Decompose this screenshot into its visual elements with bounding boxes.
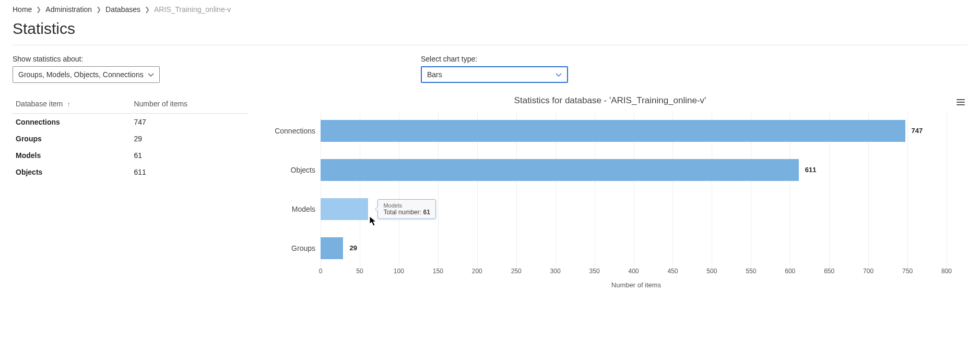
table-cell-name: Groups [13,130,131,147]
table-row: Connections 747 [13,114,247,131]
table-cell-name: Models [13,147,131,164]
page-title: Statistics [13,20,967,38]
gridline [947,111,947,268]
controls-row: Show statistics about: Groups, Models, O… [13,55,967,83]
table-cell-count: 29 [131,130,247,147]
x-tick-label: 250 [511,268,522,275]
breadcrumb: Home ❯ Administration ❯ Databases ❯ ARIS… [13,3,967,17]
show-statistics-value: Groups, Models, Objects, Connections [18,70,144,79]
x-tick-label: 400 [628,268,639,275]
x-tick-label: 50 [356,268,363,275]
table-header-item[interactable]: Database item ↑ [13,95,131,114]
menu-icon [957,99,965,100]
chart-type-select[interactable]: Bars [421,66,568,83]
x-axis-ticks: 0501001502002503003504004505005506006507… [321,268,947,278]
chart-type-value: Bars [427,70,442,79]
x-tick-label: 350 [589,268,600,275]
x-tick-label: 150 [433,268,443,275]
table-row: Groups 29 [13,130,247,147]
chart-menu-button[interactable] [954,95,967,109]
bar[interactable] [321,120,905,142]
tooltip-series: Models [383,202,430,209]
divider [13,45,967,45]
menu-icon [957,104,965,105]
bar[interactable] [321,159,799,181]
x-axis-label: Number of items [321,281,952,289]
show-statistics-label: Show statistics about: [13,55,160,63]
chart-title: Statistics for database - 'ARIS_Training… [268,95,952,106]
table-header-count[interactable]: Number of items [131,95,247,114]
breadcrumb-item-databases[interactable]: Databases [105,5,140,14]
breadcrumb-item-home[interactable]: Home [13,5,32,14]
menu-icon [957,102,965,103]
chart-container: Statistics for database - 'ARIS_Training… [268,95,967,289]
x-tick-label: 0 [319,268,323,275]
chevron-right-icon: ❯ [145,6,150,13]
x-tick-label: 100 [394,268,404,275]
chevron-right-icon: ❯ [36,6,41,13]
table-cell-count: 611 [131,164,247,180]
chevron-down-icon [556,70,562,79]
table-row: Models 61 [13,147,247,164]
x-tick-label: 200 [472,268,482,275]
breadcrumb-item-administration[interactable]: Administration [45,5,92,14]
x-tick-label: 450 [667,268,678,275]
table-cell-count: 747 [131,114,247,131]
chevron-down-icon [148,70,154,79]
x-tick-label: 650 [824,268,834,275]
table-cell-name: Objects [13,164,131,180]
table-row: Objects 611 [13,164,247,180]
x-tick-label: 600 [785,268,795,275]
bar[interactable] [321,198,368,220]
sort-ascending-icon: ↑ [67,101,70,108]
chevron-right-icon: ❯ [96,6,101,13]
x-tick-label: 750 [902,268,913,275]
bar-category-label: Objects [268,166,315,174]
table-cell-count: 61 [131,147,247,164]
bar-value-label: 747 [912,127,923,135]
bar-row: Groups29 [321,237,947,259]
x-tick-label: 500 [706,268,717,275]
bar[interactable] [321,237,343,259]
table-cell-name: Connections [13,114,131,131]
bar-category-label: Connections [268,127,315,135]
x-tick-label: 550 [746,268,756,275]
bar-category-label: Models [268,205,315,213]
chart-type-label: Select chart type: [421,55,568,63]
control-chart-type: Select chart type: Bars [421,55,568,83]
bar-value-label: 29 [349,244,357,252]
control-show-statistics: Show statistics about: Groups, Models, O… [13,55,160,83]
stats-table: Database item ↑ Number of items Connecti… [13,95,247,289]
bar-category-label: Groups [268,244,315,252]
tooltip-value: Total number: 61 [383,209,430,216]
x-tick-label: 300 [550,268,561,275]
bar-row: Connections747 [321,120,947,142]
bar-chart[interactable]: Connections747Objects611ModelsModelsTota… [321,111,947,268]
show-statistics-select[interactable]: Groups, Models, Objects, Connections [13,66,160,83]
x-tick-label: 700 [863,268,873,275]
x-tick-label: 800 [941,268,952,275]
chart-tooltip: ModelsTotal number: 61 [377,199,435,219]
bar-value-label: 611 [805,166,817,174]
breadcrumb-item-current: ARIS_Training_online-v [154,5,231,14]
bar-row: Objects611 [321,159,947,181]
